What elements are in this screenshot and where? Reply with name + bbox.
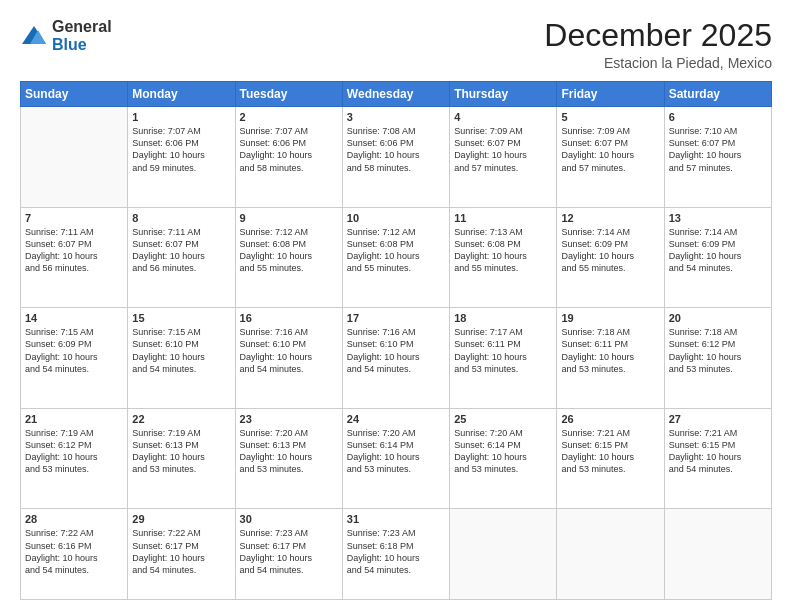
day-number: 23 [240, 413, 338, 425]
day-number: 29 [132, 513, 230, 525]
day-number: 13 [669, 212, 767, 224]
column-header-wednesday: Wednesday [342, 82, 449, 107]
calendar-cell: 16Sunrise: 7:16 AM Sunset: 6:10 PM Dayli… [235, 308, 342, 409]
cell-info: Sunrise: 7:11 AM Sunset: 6:07 PM Dayligh… [132, 226, 230, 275]
day-number: 25 [454, 413, 552, 425]
calendar-cell: 24Sunrise: 7:20 AM Sunset: 6:14 PM Dayli… [342, 408, 449, 509]
calendar-cell: 6Sunrise: 7:10 AM Sunset: 6:07 PM Daylig… [664, 107, 771, 208]
cell-info: Sunrise: 7:16 AM Sunset: 6:10 PM Dayligh… [240, 326, 338, 375]
cell-info: Sunrise: 7:21 AM Sunset: 6:15 PM Dayligh… [561, 427, 659, 476]
calendar-cell: 12Sunrise: 7:14 AM Sunset: 6:09 PM Dayli… [557, 207, 664, 308]
day-number: 3 [347, 111, 445, 123]
calendar-cell: 2Sunrise: 7:07 AM Sunset: 6:06 PM Daylig… [235, 107, 342, 208]
column-header-sunday: Sunday [21, 82, 128, 107]
calendar-week-2: 7Sunrise: 7:11 AM Sunset: 6:07 PM Daylig… [21, 207, 772, 308]
day-number: 26 [561, 413, 659, 425]
cell-info: Sunrise: 7:20 AM Sunset: 6:14 PM Dayligh… [347, 427, 445, 476]
calendar-cell: 30Sunrise: 7:23 AM Sunset: 6:17 PM Dayli… [235, 509, 342, 600]
column-header-tuesday: Tuesday [235, 82, 342, 107]
cell-info: Sunrise: 7:16 AM Sunset: 6:10 PM Dayligh… [347, 326, 445, 375]
calendar-cell: 4Sunrise: 7:09 AM Sunset: 6:07 PM Daylig… [450, 107, 557, 208]
column-header-friday: Friday [557, 82, 664, 107]
day-number: 1 [132, 111, 230, 123]
location: Estacion la Piedad, Mexico [544, 55, 772, 71]
calendar-header-row: SundayMondayTuesdayWednesdayThursdayFrid… [21, 82, 772, 107]
logo-general: General [52, 18, 112, 36]
day-number: 6 [669, 111, 767, 123]
calendar-cell: 7Sunrise: 7:11 AM Sunset: 6:07 PM Daylig… [21, 207, 128, 308]
logo-text: General Blue [52, 18, 112, 53]
title-block: December 2025 Estacion la Piedad, Mexico [544, 18, 772, 71]
calendar-cell: 13Sunrise: 7:14 AM Sunset: 6:09 PM Dayli… [664, 207, 771, 308]
header: General Blue December 2025 Estacion la P… [20, 18, 772, 71]
page: General Blue December 2025 Estacion la P… [0, 0, 792, 612]
cell-info: Sunrise: 7:10 AM Sunset: 6:07 PM Dayligh… [669, 125, 767, 174]
calendar-cell: 18Sunrise: 7:17 AM Sunset: 6:11 PM Dayli… [450, 308, 557, 409]
cell-info: Sunrise: 7:20 AM Sunset: 6:14 PM Dayligh… [454, 427, 552, 476]
calendar-cell: 19Sunrise: 7:18 AM Sunset: 6:11 PM Dayli… [557, 308, 664, 409]
cell-info: Sunrise: 7:07 AM Sunset: 6:06 PM Dayligh… [240, 125, 338, 174]
cell-info: Sunrise: 7:08 AM Sunset: 6:06 PM Dayligh… [347, 125, 445, 174]
day-number: 31 [347, 513, 445, 525]
calendar-cell: 22Sunrise: 7:19 AM Sunset: 6:13 PM Dayli… [128, 408, 235, 509]
calendar-week-4: 21Sunrise: 7:19 AM Sunset: 6:12 PM Dayli… [21, 408, 772, 509]
cell-info: Sunrise: 7:11 AM Sunset: 6:07 PM Dayligh… [25, 226, 123, 275]
day-number: 20 [669, 312, 767, 324]
day-number: 28 [25, 513, 123, 525]
day-number: 14 [25, 312, 123, 324]
cell-info: Sunrise: 7:13 AM Sunset: 6:08 PM Dayligh… [454, 226, 552, 275]
cell-info: Sunrise: 7:15 AM Sunset: 6:09 PM Dayligh… [25, 326, 123, 375]
day-number: 2 [240, 111, 338, 123]
day-number: 8 [132, 212, 230, 224]
day-number: 30 [240, 513, 338, 525]
calendar-cell: 1Sunrise: 7:07 AM Sunset: 6:06 PM Daylig… [128, 107, 235, 208]
day-number: 7 [25, 212, 123, 224]
calendar-cell: 17Sunrise: 7:16 AM Sunset: 6:10 PM Dayli… [342, 308, 449, 409]
calendar-cell: 8Sunrise: 7:11 AM Sunset: 6:07 PM Daylig… [128, 207, 235, 308]
calendar-cell: 28Sunrise: 7:22 AM Sunset: 6:16 PM Dayli… [21, 509, 128, 600]
cell-info: Sunrise: 7:12 AM Sunset: 6:08 PM Dayligh… [240, 226, 338, 275]
cell-info: Sunrise: 7:18 AM Sunset: 6:11 PM Dayligh… [561, 326, 659, 375]
cell-info: Sunrise: 7:22 AM Sunset: 6:17 PM Dayligh… [132, 527, 230, 576]
cell-info: Sunrise: 7:09 AM Sunset: 6:07 PM Dayligh… [454, 125, 552, 174]
day-number: 4 [454, 111, 552, 123]
cell-info: Sunrise: 7:19 AM Sunset: 6:12 PM Dayligh… [25, 427, 123, 476]
calendar-cell [664, 509, 771, 600]
cell-info: Sunrise: 7:07 AM Sunset: 6:06 PM Dayligh… [132, 125, 230, 174]
day-number: 5 [561, 111, 659, 123]
day-number: 15 [132, 312, 230, 324]
calendar-cell: 20Sunrise: 7:18 AM Sunset: 6:12 PM Dayli… [664, 308, 771, 409]
logo-icon [20, 22, 48, 50]
cell-info: Sunrise: 7:21 AM Sunset: 6:15 PM Dayligh… [669, 427, 767, 476]
cell-info: Sunrise: 7:12 AM Sunset: 6:08 PM Dayligh… [347, 226, 445, 275]
calendar-cell: 21Sunrise: 7:19 AM Sunset: 6:12 PM Dayli… [21, 408, 128, 509]
cell-info: Sunrise: 7:18 AM Sunset: 6:12 PM Dayligh… [669, 326, 767, 375]
column-header-monday: Monday [128, 82, 235, 107]
day-number: 10 [347, 212, 445, 224]
cell-info: Sunrise: 7:22 AM Sunset: 6:16 PM Dayligh… [25, 527, 123, 576]
calendar-cell: 5Sunrise: 7:09 AM Sunset: 6:07 PM Daylig… [557, 107, 664, 208]
month-title: December 2025 [544, 18, 772, 53]
logo: General Blue [20, 18, 112, 53]
calendar-cell: 15Sunrise: 7:15 AM Sunset: 6:10 PM Dayli… [128, 308, 235, 409]
calendar-cell: 31Sunrise: 7:23 AM Sunset: 6:18 PM Dayli… [342, 509, 449, 600]
day-number: 9 [240, 212, 338, 224]
calendar-week-5: 28Sunrise: 7:22 AM Sunset: 6:16 PM Dayli… [21, 509, 772, 600]
calendar-cell: 14Sunrise: 7:15 AM Sunset: 6:09 PM Dayli… [21, 308, 128, 409]
day-number: 18 [454, 312, 552, 324]
cell-info: Sunrise: 7:23 AM Sunset: 6:17 PM Dayligh… [240, 527, 338, 576]
day-number: 22 [132, 413, 230, 425]
calendar-cell: 23Sunrise: 7:20 AM Sunset: 6:13 PM Dayli… [235, 408, 342, 509]
cell-info: Sunrise: 7:19 AM Sunset: 6:13 PM Dayligh… [132, 427, 230, 476]
logo-blue: Blue [52, 36, 112, 54]
calendar-cell [21, 107, 128, 208]
calendar-cell: 3Sunrise: 7:08 AM Sunset: 6:06 PM Daylig… [342, 107, 449, 208]
calendar-cell [450, 509, 557, 600]
calendar-cell: 11Sunrise: 7:13 AM Sunset: 6:08 PM Dayli… [450, 207, 557, 308]
day-number: 11 [454, 212, 552, 224]
calendar-cell: 26Sunrise: 7:21 AM Sunset: 6:15 PM Dayli… [557, 408, 664, 509]
column-header-saturday: Saturday [664, 82, 771, 107]
cell-info: Sunrise: 7:20 AM Sunset: 6:13 PM Dayligh… [240, 427, 338, 476]
day-number: 12 [561, 212, 659, 224]
calendar-cell: 9Sunrise: 7:12 AM Sunset: 6:08 PM Daylig… [235, 207, 342, 308]
